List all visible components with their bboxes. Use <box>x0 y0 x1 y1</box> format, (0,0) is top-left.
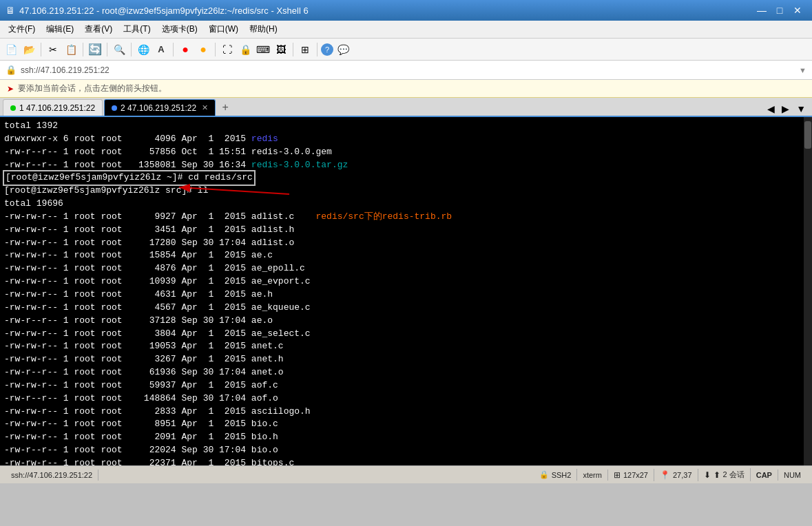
terminal-prompt-cd: [root@izwz9ef5sjam9pvfyiz26lz ~]# cd red… <box>4 171 254 185</box>
address-dropdown-icon[interactable]: ▼ <box>799 66 806 74</box>
status-protocol-text: SSH2 <box>552 471 572 479</box>
terminal[interactable]: total 1392 drwxrwxr-x 6 root root 4096 A… <box>0 117 804 465</box>
window-title: 47.106.219.251:22 - root@izwz9ef5sjam9pv… <box>19 6 753 16</box>
terminal-line-ae-select: -rw-rw-r-- 1 root root 3804 Apr 1 2015 a… <box>4 328 311 339</box>
status-dimensions-text: 127x27 <box>623 471 648 479</box>
tab-2-label: 2 47.106.219.251:22 <box>121 103 196 113</box>
terminal-scrollbar[interactable] <box>804 117 812 465</box>
tab-1-dot <box>10 105 16 111</box>
status-sessions-text: 2 会话 <box>723 470 745 480</box>
menu-tools[interactable]: 工具(T) <box>118 22 156 36</box>
status-bar: ssh://47.106.219.251:22 🔒 SSH2 xterm ⊞ 1… <box>0 465 812 483</box>
terminal-line-asciilogo: -rw-rw-r-- 1 root root 2833 Apr 1 2015 a… <box>4 406 311 417</box>
terminal-line-1: total 1392 <box>4 120 58 131</box>
app-icon: 🖥 <box>6 5 15 16</box>
title-bar: 🖥 47.106.219.251:22 - root@izwz9ef5sjam9… <box>0 0 812 21</box>
terminal-line-bioc: -rw-rw-r-- 1 root root 8951 Apr 1 2015 b… <box>4 419 278 429</box>
tab-2-dot <box>112 105 117 111</box>
toolbar-cut[interactable]: ✂ <box>45 41 61 58</box>
terminal-line-aeo: -rw-r--r-- 1 root root 37128 Sep 30 17:0… <box>4 315 273 326</box>
terminal-line-aofc: -rw-rw-r-- 1 root root 59937 Apr 1 2015 … <box>4 380 278 390</box>
toolbar-red[interactable]: ● <box>177 41 194 58</box>
terminal-line-aofo: -rw-r--r-- 1 root root 148864 Sep 30 17:… <box>4 393 278 403</box>
scrollbar-thumb[interactable] <box>804 121 811 149</box>
toolbar-font[interactable]: A <box>153 41 169 58</box>
toolbar-split[interactable]: ⊞ <box>297 41 313 58</box>
terminal-line-adlistc: -rw-rw-r-- 1 root root 9927 Apr 1 2015 a… <box>4 211 452 222</box>
toolbar-copy[interactable]: 📋 <box>63 41 79 58</box>
menu-file[interactable]: 文件(F) <box>3 22 41 36</box>
toolbar-lock[interactable]: 🔒 <box>237 41 253 58</box>
tab-prev-button[interactable]: ◀ <box>764 102 778 116</box>
status-sessions: ⬇ ⬆ 2 会话 <box>698 468 751 481</box>
tab-navigation: ◀ ▶ ▼ <box>764 102 809 116</box>
tab-1[interactable]: 1 47.106.219.251:22 <box>3 99 103 116</box>
status-num: NUM <box>778 470 806 481</box>
terminal-line-2: drwxrwxr-x 6 root root 4096 Apr 1 2015 r… <box>4 134 278 144</box>
address-text: ssh://47.106.219.251:22 <box>21 65 110 75</box>
status-cursor-icon: 📍 <box>660 470 670 480</box>
toolbar-help[interactable]: ? <box>321 43 333 56</box>
toolbar-fullscreen[interactable]: ⛶ <box>219 41 236 58</box>
terminal-prompt-ll: [root@izwz9ef5sjam9pvfyiz26lz src]# ll <box>4 185 208 196</box>
info-arrow-icon: ➤ <box>7 84 14 94</box>
menu-view[interactable]: 查看(V) <box>79 22 118 36</box>
status-dimensions: ⊞ 127x27 <box>608 469 654 481</box>
toolbar-keyboard[interactable]: ⌨ <box>255 41 271 58</box>
close-button[interactable]: ✕ <box>789 3 806 17</box>
terminal-line-anetc: -rw-rw-r-- 1 root root 19053 Apr 1 2015 … <box>4 341 284 351</box>
status-cursor-text: 27,37 <box>673 471 692 479</box>
terminal-line-ae-epoll: -rw-rw-r-- 1 root root 4876 Apr 1 2015 a… <box>4 263 305 273</box>
status-up-icon: ⬆ <box>714 470 720 480</box>
info-bar: ➤ 要添加当前会话，点击左侧的箭头按钮。 <box>0 80 812 98</box>
menu-edit[interactable]: 编辑(E) <box>41 22 79 36</box>
terminal-line-4: -rw-r--r-- 1 root root 1358081 Sep 30 16… <box>4 160 348 170</box>
toolbar-image[interactable]: 🖼 <box>273 41 289 58</box>
status-protocol: 🔒 SSH2 <box>534 469 578 481</box>
terminal-line-aneto: -rw-r--r-- 1 root root 61936 Sep 30 17:0… <box>4 367 284 377</box>
terminal-line-total: total 19696 <box>4 198 63 209</box>
maximize-button[interactable]: □ <box>771 3 789 17</box>
tab-next-button[interactable]: ▶ <box>778 102 793 116</box>
toolbar-orange[interactable]: ● <box>195 41 211 58</box>
toolbar-open[interactable]: 📂 <box>21 41 37 58</box>
terminal-line-aeh: -rw-rw-r-- 1 root root 4631 Apr 1 2015 a… <box>4 289 273 299</box>
terminal-line-ae-evport: -rw-rw-r-- 1 root root 10939 Apr 1 2015 … <box>4 276 311 286</box>
menu-tabs[interactable]: 选项卡(B) <box>156 22 203 36</box>
tab-menu-button[interactable]: ▼ <box>793 102 809 116</box>
toolbar-new[interactable]: 📄 <box>3 41 19 58</box>
toolbar-chat[interactable]: 💬 <box>335 41 351 58</box>
tab-add-button[interactable]: + <box>217 99 233 116</box>
terminal-line-adlisto: -rw-rw-r-- 1 root root 17280 Sep 30 17:0… <box>4 238 294 248</box>
status-address-text: ssh://47.106.219.251:22 <box>11 471 92 479</box>
toolbar-search[interactable]: 🔍 <box>111 41 127 58</box>
terminal-line-bitops: -rw-rw-r-- 1 root root 22371 Apr 1 2015 … <box>4 458 294 465</box>
toolbar: 📄 📂 ✂ 📋 🔄 🔍 🌐 A ● ● ⛶ 🔒 ⌨ 🖼 ⊞ ? 💬 <box>0 39 812 61</box>
status-encoding: xterm <box>577 470 608 481</box>
menu-bar: 文件(F) 编辑(E) 查看(V) 工具(T) 选项卡(B) 窗口(W) 帮助(… <box>0 21 812 39</box>
toolbar-globe[interactable]: 🌐 <box>135 41 152 58</box>
terminal-container: total 1392 drwxrwxr-x 6 root root 4096 A… <box>0 117 812 465</box>
status-down-icon: ⬇ <box>704 470 711 480</box>
status-num-text: NUM <box>784 471 801 479</box>
terminal-line-ae-kqueue: -rw-rw-r-- 1 root root 4567 Apr 1 2015 a… <box>4 302 311 313</box>
address-bar: 🔒 ssh://47.106.219.251:22 ▼ <box>0 61 812 80</box>
minimize-button[interactable]: — <box>753 3 771 17</box>
tab-2[interactable]: 2 47.106.219.251:22 ✕ <box>104 99 216 116</box>
status-encoding-text: xterm <box>583 471 602 479</box>
tab-2-close[interactable]: ✕ <box>202 103 208 112</box>
status-lock-icon: 🔒 <box>539 470 549 479</box>
terminal-line-aec: -rw-rw-r-- 1 root root 15854 Apr 1 2015 … <box>4 250 273 260</box>
tab-1-label: 1 47.106.219.251:22 <box>19 103 95 113</box>
status-address: ssh://47.106.219.251:22 <box>6 470 98 481</box>
status-cap-text: CAP <box>756 471 772 479</box>
terminal-line-3: -rw-r--r-- 1 root root 57856 Oct 1 15:51… <box>4 147 332 157</box>
toolbar-refresh[interactable]: 🔄 <box>87 41 103 58</box>
terminal-line-bioh: -rw-rw-r-- 1 root root 2091 Apr 1 2015 b… <box>4 432 278 442</box>
terminal-line-adlisth: -rw-rw-r-- 1 root root 3451 Apr 1 2015 a… <box>4 224 294 235</box>
terminal-line-aneth: -rw-rw-r-- 1 root root 3267 Apr 1 2015 a… <box>4 354 284 364</box>
info-text: 要添加当前会话，点击左侧的箭头按钮。 <box>18 83 167 94</box>
tab-bar: 1 47.106.219.251:22 2 47.106.219.251:22 … <box>0 98 812 117</box>
menu-help[interactable]: 帮助(H) <box>244 22 283 36</box>
menu-window[interactable]: 窗口(W) <box>203 22 244 36</box>
